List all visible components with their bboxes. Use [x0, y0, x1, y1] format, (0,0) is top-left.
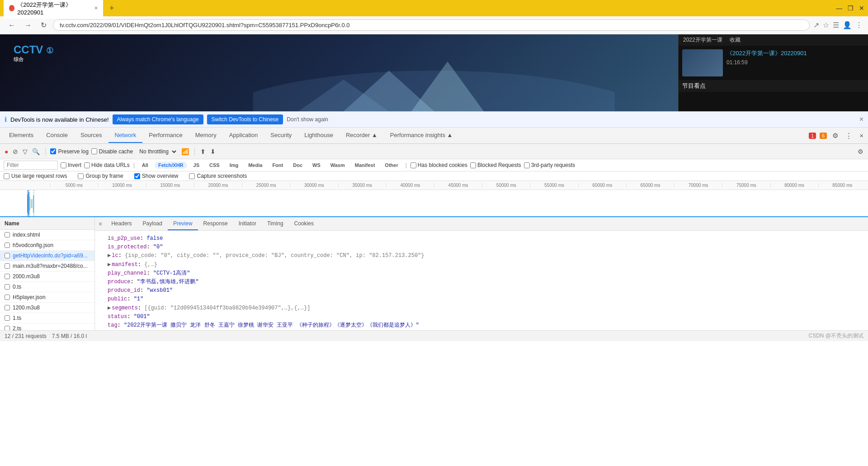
filter-other[interactable]: Other	[381, 162, 401, 169]
record-button[interactable]: ●	[4, 147, 9, 156]
active-tab[interactable]: 《2022开学第一课》20220901 ×	[4, 0, 103, 19]
tab-sources[interactable]: Sources	[74, 128, 108, 143]
large-rows-checkbox[interactable]	[4, 173, 9, 179]
hide-data-urls-checkbox[interactable]	[84, 162, 90, 168]
file-checkbox-2ts[interactable]	[5, 326, 10, 330]
segments-expand-icon[interactable]: ▶	[108, 305, 111, 311]
file-checkbox-1200m3u8[interactable]	[5, 305, 10, 310]
file-checkbox-mainm3u8[interactable]	[5, 263, 10, 269]
devtools-more-button[interactable]: ⋮	[844, 131, 854, 141]
tab-cookies[interactable]: Cookies	[289, 218, 319, 230]
filter-img[interactable]: Img	[226, 162, 242, 169]
show-overview-checkbox[interactable]	[134, 173, 140, 179]
manifest-expand-icon[interactable]: ▶	[108, 262, 111, 268]
filter-media[interactable]: Media	[245, 162, 266, 169]
file-checkbox-h5vodconfig[interactable]	[5, 243, 10, 248]
throttle-select[interactable]: No throttling Fast 3G Slow 3G	[136, 147, 178, 156]
wifi-icon[interactable]: 📶	[180, 147, 190, 156]
devtools-close-button[interactable]: ×	[858, 131, 865, 140]
sidebar-nav-item-2[interactable]: 收藏	[730, 36, 741, 44]
file-checkbox-getHttpVideoInfo[interactable]	[5, 253, 10, 258]
tab-security[interactable]: Security	[264, 128, 298, 143]
new-tab-button[interactable]: +	[107, 4, 117, 13]
filter-input[interactable]	[4, 161, 58, 170]
tab-application[interactable]: Application	[223, 128, 264, 143]
file-item-index[interactable]: index.shtml	[0, 230, 94, 240]
tab-performance-insights[interactable]: Performance insights ▲	[384, 128, 459, 143]
network-settings-button[interactable]: ⚙	[857, 147, 864, 156]
filter-fetch-xhr[interactable]: Fetch/XHR	[155, 162, 187, 169]
tab-payload[interactable]: Payload	[137, 218, 168, 230]
filter-manifest[interactable]: Manifest	[351, 162, 379, 169]
filter-css[interactable]: CSS	[206, 162, 223, 169]
file-checkbox-0ts[interactable]	[5, 284, 10, 290]
file-checkbox-2000m3u8[interactable]	[5, 274, 10, 279]
has-blocked-cookies-checkbox[interactable]	[410, 162, 416, 168]
file-checkbox-h5player[interactable]	[5, 295, 10, 300]
tab-close-button[interactable]: ×	[94, 5, 98, 11]
third-party-requests-checkbox[interactable]	[524, 162, 530, 168]
tab-lighthouse[interactable]: Lighthouse	[298, 128, 340, 143]
search-button[interactable]: 🔍	[31, 147, 41, 156]
detail-panel-close[interactable]: ×	[99, 220, 102, 228]
switch-language-button[interactable]: Switch DevTools to Chinese	[207, 114, 283, 124]
file-item-1200m3u8[interactable]: 1200.m3u8	[0, 303, 94, 313]
match-language-button[interactable]: Always match Chrome's language	[113, 114, 203, 124]
file-item-2ts[interactable]: 2.ts	[0, 323, 94, 330]
invert-checkbox[interactable]	[61, 162, 66, 168]
file-item-1ts[interactable]: 1.ts	[0, 313, 94, 323]
preserve-log-checkbox[interactable]	[50, 148, 56, 154]
forward-button[interactable]: →	[22, 20, 34, 30]
file-item-0ts[interactable]: 0.ts	[0, 282, 94, 292]
tab-initiator[interactable]: Initiator	[233, 218, 262, 230]
tab-network[interactable]: Network	[108, 128, 143, 143]
tab-performance[interactable]: Performance	[142, 128, 189, 143]
clear-button[interactable]: ⊘	[12, 147, 19, 156]
file-item-h5vodconfig[interactable]: h5vodconfig.json	[0, 240, 94, 251]
tab-console[interactable]: Console	[40, 128, 74, 143]
back-button[interactable]: ←	[5, 20, 18, 30]
tab-elements[interactable]: Elements	[3, 128, 40, 143]
minimize-button[interactable]: —	[836, 5, 842, 12]
tab-recorder[interactable]: Recorder ▲	[340, 128, 384, 143]
tab-headers[interactable]: Headers	[106, 218, 137, 230]
sidebar-nav-item-1[interactable]: 2022开学第一课	[683, 36, 722, 44]
filter-ws[interactable]: WS	[309, 162, 324, 169]
filter-js[interactable]: JS	[190, 162, 203, 169]
json-line-lc[interactable]: ▶lc: {isp_code: "0", city_code: "", prov…	[100, 252, 863, 260]
tab-timing[interactable]: Timing	[262, 218, 289, 230]
file-checkbox-index[interactable]	[5, 232, 10, 238]
profile-icon[interactable]: 👤	[843, 21, 852, 29]
import-button[interactable]: ⬆	[199, 147, 207, 156]
bookmark-icon[interactable]: ☆	[823, 21, 829, 29]
dismiss-button[interactable]: Don't show again	[287, 116, 328, 123]
share-icon[interactable]: ↗	[813, 21, 819, 29]
tab-response[interactable]: Response	[198, 218, 233, 230]
blocked-requests-checkbox[interactable]	[470, 162, 476, 168]
restore-button[interactable]: ❒	[848, 5, 854, 12]
close-button[interactable]: ✕	[859, 5, 864, 12]
filter-all[interactable]: All	[138, 162, 152, 169]
filter-button[interactable]: ▽	[22, 147, 28, 156]
filter-doc[interactable]: Doc	[289, 162, 306, 169]
lc-expand-icon[interactable]: ▶	[108, 252, 111, 259]
menu-icon[interactable]: ⋮	[855, 21, 863, 29]
json-line-manifest[interactable]: ▶manifest: {,…}	[100, 261, 863, 269]
tab-preview[interactable]: Preview	[168, 218, 198, 230]
notification-close-button[interactable]: ×	[859, 115, 863, 124]
filter-font[interactable]: Font	[269, 162, 287, 169]
tab-memory[interactable]: Memory	[189, 128, 223, 143]
disable-cache-checkbox[interactable]	[91, 148, 97, 154]
extensions-icon[interactable]: ☰	[833, 21, 839, 29]
json-line-segments[interactable]: ▶segments: [{guid: "12d0994513404ff3ba08…	[100, 304, 863, 313]
file-item-h5player[interactable]: H5player.json	[0, 292, 94, 303]
timeline-chart[interactable]	[0, 190, 868, 217]
address-input[interactable]	[53, 19, 810, 31]
export-button[interactable]: ⬇	[209, 147, 217, 156]
file-checkbox-1ts[interactable]	[5, 315, 10, 321]
file-item-mainm3u8[interactable]: main.m3u8?maxbr=20488/co...	[0, 261, 94, 271]
group-frame-checkbox[interactable]	[78, 173, 84, 179]
sidebar-thumbnail[interactable]	[682, 49, 723, 76]
file-item-getHttpVideoInfo[interactable]: getHttpVideoInfo.do?pid=a69...	[0, 251, 94, 261]
devtools-settings-button[interactable]: ⚙	[830, 131, 840, 141]
